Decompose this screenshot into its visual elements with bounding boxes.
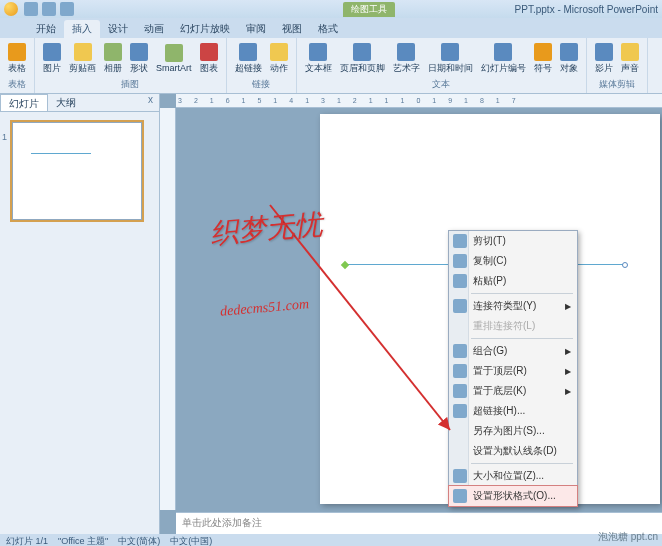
menu-item-label: 组合(G) — [473, 344, 507, 358]
menu-item: 重排连接符(L) — [449, 316, 577, 336]
menu-item[interactable]: 设置形状格式(O)... — [449, 486, 577, 506]
menu-item-label: 另存为图片(S)... — [473, 424, 545, 438]
menu-item-icon — [453, 384, 467, 398]
menu-item-icon — [453, 364, 467, 378]
动作-icon — [270, 43, 288, 61]
menu-item[interactable]: 置于顶层(R)▶ — [449, 361, 577, 381]
ribbon-item-label: 形状 — [130, 62, 148, 75]
ribbon-item[interactable]: 页眉和页脚 — [338, 42, 387, 76]
ribbon-item[interactable]: 艺术字 — [391, 42, 422, 76]
ribbon-group-2: 超链接动作链接 — [227, 38, 297, 93]
group-label: 文本 — [303, 77, 580, 91]
ribbon-item-label: 图表 — [200, 62, 218, 75]
影片-icon — [595, 43, 613, 61]
titlebar: 绘图工具 PPT.pptx - Microsoft PowerPoint — [0, 0, 662, 18]
shape-handle-end[interactable] — [622, 262, 628, 268]
chevron-right-icon: ▶ — [565, 347, 571, 356]
ribbon-item-label: 页眉和页脚 — [340, 62, 385, 75]
qat-save-icon[interactable] — [24, 2, 38, 16]
status-slide: 幻灯片 1/1 — [6, 535, 48, 547]
menu-item[interactable]: 大小和位置(Z)... — [449, 466, 577, 486]
图表-icon — [200, 43, 218, 61]
ribbon-item[interactable]: 动作 — [268, 42, 290, 76]
ribbon-item[interactable]: 超链接 — [233, 42, 264, 76]
ribbon-item[interactable]: 图片 — [41, 42, 63, 76]
ribbon-item-label: 表格 — [8, 62, 26, 75]
ribbon-item[interactable]: 符号 — [532, 42, 554, 76]
statusbar: 幻灯片 1/1 "Office 主题" 中文(简体) 中文(中国) — [0, 534, 662, 546]
tab-7[interactable]: 格式 — [310, 20, 346, 38]
menu-item-label: 粘贴(P) — [473, 274, 506, 288]
ribbon-item-label: 文本框 — [305, 62, 332, 75]
horizontal-ruler: 3216151413121110191817 — [176, 94, 662, 108]
chevron-right-icon: ▶ — [565, 387, 571, 396]
side-tabs: 幻灯片 大纲 x — [0, 94, 159, 112]
ribbon-group-4: 影片声音媒体剪辑 — [587, 38, 648, 93]
shape-handle-start[interactable] — [341, 261, 349, 269]
ribbon-group-3: 文本框页眉和页脚艺术字日期和时间幻灯片编号符号对象文本 — [297, 38, 587, 93]
menu-item[interactable]: 粘贴(P) — [449, 271, 577, 291]
tab-3[interactable]: 动画 — [136, 20, 172, 38]
ribbon-item-label: 声音 — [621, 62, 639, 75]
ribbon-item[interactable]: 图表 — [198, 42, 220, 76]
watermark-corner: 泡泡糖 ppt.cn — [598, 530, 658, 544]
tab-0[interactable]: 开始 — [28, 20, 64, 38]
menu-item[interactable]: 设置为默认线条(D) — [449, 441, 577, 461]
chevron-right-icon: ▶ — [565, 302, 571, 311]
tab-5[interactable]: 审阅 — [238, 20, 274, 38]
ribbon-item[interactable]: 声音 — [619, 42, 641, 76]
group-label: 媒体剪辑 — [593, 77, 641, 91]
status-lang: 中文(简体) — [118, 535, 160, 547]
tab-4[interactable]: 幻灯片放映 — [172, 20, 238, 38]
menu-item-label: 设置形状格式(O)... — [473, 489, 556, 503]
menu-item-label: 超链接(H)... — [473, 404, 525, 418]
slide-thumbnail[interactable] — [12, 122, 142, 220]
ribbon-item[interactable]: 幻灯片编号 — [479, 42, 528, 76]
ribbon-item[interactable]: 相册 — [102, 42, 124, 76]
ribbon: 表格表格图片剪贴画相册形状SmartArt图表插图超链接动作链接文本框页眉和页脚… — [0, 38, 662, 94]
ribbon-item[interactable]: 文本框 — [303, 42, 334, 76]
menu-item[interactable]: 置于底层(K)▶ — [449, 381, 577, 401]
ribbon-item[interactable]: 剪贴画 — [67, 42, 98, 76]
ribbon-item-label: 图片 — [43, 62, 61, 75]
相册-icon — [104, 43, 122, 61]
qat-redo-icon[interactable] — [60, 2, 74, 16]
vertical-ruler — [160, 108, 176, 510]
slide-editor: 3216151413121110191817 单击此处添加备注 — [160, 94, 662, 534]
ribbon-item-label: 符号 — [534, 62, 552, 75]
menu-item-label: 连接符类型(Y) — [473, 299, 536, 313]
menu-item-label: 大小和位置(Z)... — [473, 469, 544, 483]
office-orb[interactable] — [4, 2, 18, 16]
menu-item[interactable]: 超链接(H)... — [449, 401, 577, 421]
menu-item-icon — [453, 404, 467, 418]
ribbon-item[interactable]: 形状 — [128, 42, 150, 76]
ribbon-item-label: 日期和时间 — [428, 62, 473, 75]
ribbon-item-label: SmartArt — [156, 63, 192, 73]
tab-2[interactable]: 设计 — [100, 20, 136, 38]
menu-item[interactable]: 连接符类型(Y)▶ — [449, 296, 577, 316]
tab-6[interactable]: 视图 — [274, 20, 310, 38]
menu-item[interactable]: 复制(C) — [449, 251, 577, 271]
ribbon-item[interactable]: 表格 — [6, 42, 28, 76]
notes-pane[interactable]: 单击此处添加备注 — [176, 512, 662, 534]
ribbon-item[interactable]: 影片 — [593, 42, 615, 76]
context-menu: 剪切(T)复制(C)粘贴(P)连接符类型(Y)▶重排连接符(L)组合(G)▶置于… — [448, 230, 578, 507]
quick-access-toolbar — [24, 2, 74, 16]
tab-slides[interactable]: 幻灯片 — [0, 94, 48, 111]
menu-item[interactable]: 另存为图片(S)... — [449, 421, 577, 441]
ribbon-item[interactable]: 日期和时间 — [426, 42, 475, 76]
document-title: PPT.pptx - Microsoft PowerPoint — [515, 4, 658, 15]
qat-undo-icon[interactable] — [42, 2, 56, 16]
menu-item-label: 设置为默认线条(D) — [473, 444, 557, 458]
tab-1[interactable]: 插入 — [64, 20, 100, 38]
ribbon-item[interactable]: SmartArt — [154, 43, 194, 74]
tab-outline[interactable]: 大纲 — [48, 94, 84, 111]
ribbon-item[interactable]: 对象 — [558, 42, 580, 76]
menu-item-icon — [453, 234, 467, 248]
close-icon[interactable]: x — [142, 94, 159, 111]
ribbon-item-label: 相册 — [104, 62, 122, 75]
slide-number: 1 — [2, 132, 7, 142]
menu-item-label: 复制(C) — [473, 254, 507, 268]
menu-item[interactable]: 组合(G)▶ — [449, 341, 577, 361]
menu-item[interactable]: 剪切(T) — [449, 231, 577, 251]
